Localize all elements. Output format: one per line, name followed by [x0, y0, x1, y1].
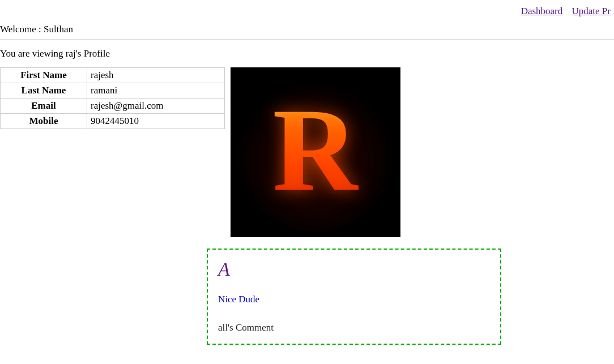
- email-value: rajesh@gmail.com: [87, 99, 225, 114]
- viewing-text: You are viewing raj's Profile: [0, 48, 614, 59]
- welcome-text: Welcome : Sulthan: [0, 24, 614, 35]
- profile-table: First Name rajesh Last Name ramani Email…: [0, 67, 225, 129]
- table-row: Mobile 9042445010: [1, 114, 225, 129]
- mobile-value: 9042445010: [87, 114, 225, 129]
- last-name-value: ramani: [87, 83, 225, 99]
- top-nav: Dashboard Update Pr: [0, 0, 614, 20]
- welcome-label: Welcome :: [0, 24, 44, 35]
- divider: [0, 40, 614, 40]
- welcome-user: Sulthan: [44, 24, 73, 35]
- comment-text: Nice Dude: [218, 294, 490, 305]
- comment-by: all's Comment: [218, 322, 490, 333]
- comment-box: A Nice Dude all's Comment: [207, 249, 501, 345]
- first-name-value: rajesh: [87, 68, 225, 83]
- first-name-header: First Name: [1, 68, 87, 83]
- mobile-header: Mobile: [1, 114, 87, 129]
- avatar-letter: R: [272, 90, 359, 209]
- dashboard-link[interactable]: Dashboard: [521, 6, 563, 16]
- table-row: First Name rajesh: [1, 68, 225, 83]
- update-profile-link[interactable]: Update Pr: [572, 6, 611, 16]
- commenter-avatar-icon: A: [218, 260, 490, 279]
- last-name-header: Last Name: [1, 83, 87, 99]
- email-header: Email: [1, 99, 87, 114]
- table-row: Last Name ramani: [1, 83, 225, 99]
- table-row: Email rajesh@gmail.com: [1, 99, 225, 114]
- profile-row: First Name rajesh Last Name ramani Email…: [0, 67, 614, 237]
- avatar: R: [231, 67, 400, 237]
